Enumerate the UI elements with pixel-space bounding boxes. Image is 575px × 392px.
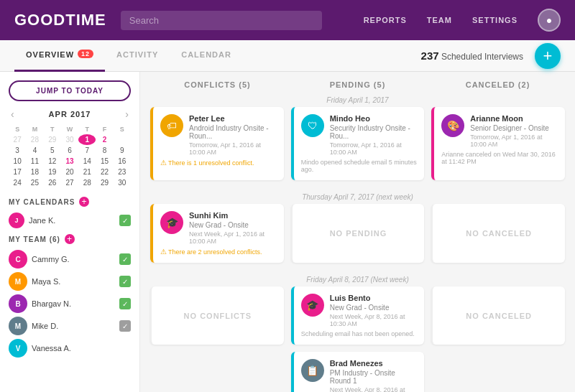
add-team-icon[interactable]: + xyxy=(65,234,75,244)
cal-cell[interactable]: 6 xyxy=(61,145,78,156)
overview-badge: 12 xyxy=(78,50,93,58)
jane-check[interactable]: ✓ xyxy=(119,215,131,226)
cal-cell[interactable]: 26 xyxy=(44,177,61,188)
card-luis-bento[interactable]: 🎓 Luis Bento New Grad - Onsite Next Week… xyxy=(291,286,425,345)
peter-info: Peter Lee Android Industry Onsite - Roun… xyxy=(189,114,277,156)
arianne-time: Tomorrow, Apr 1, 2016 at 10:00 AM xyxy=(470,134,558,148)
cal-cell[interactable]: 24 xyxy=(9,177,26,188)
luis-info: Luis Bento New Grad - Onsite Next Week, … xyxy=(330,294,418,327)
peter-avatar: 🏷 xyxy=(160,114,183,137)
cal-cell[interactable]: 13 xyxy=(61,156,78,167)
cal-cell[interactable]: 10 xyxy=(9,156,26,167)
jane-name: Jane K. xyxy=(29,216,115,225)
team-item-maya: M Maya S. ✓ xyxy=(9,272,131,291)
cal-cell[interactable]: 16 xyxy=(114,156,131,167)
cal-cell[interactable]: 7 xyxy=(78,145,96,156)
card-no-canceled-april7: NO CANCELED xyxy=(431,204,565,263)
cal-cell[interactable]: 30 xyxy=(114,177,131,188)
my-team-title: MY TEAM (6) + xyxy=(9,234,131,244)
cal-day-w: W xyxy=(61,124,78,134)
tab-activity[interactable]: ACTIVITY xyxy=(105,40,170,72)
cal-cell[interactable]: 23 xyxy=(114,167,131,177)
jump-to-today-button[interactable]: JUMP TO TODAY xyxy=(9,80,131,101)
jane-avatar: J xyxy=(9,213,24,228)
brad-time: Next Week, Apr 8, 2016 at 10:30 AM xyxy=(330,386,418,392)
cal-cell[interactable]: 29 xyxy=(96,177,113,188)
mike-check[interactable]: ✓ xyxy=(119,320,131,332)
card-no-pending-april7: NO PENDING xyxy=(291,204,425,263)
cal-cell[interactable]: 20 xyxy=(61,167,78,177)
peter-time: Tomorrow, Apr 1, 2016 at 10:00 AM xyxy=(189,141,277,156)
columns-header: CONFLICTS (5) PENDING (5) CANCELED (2) xyxy=(140,72,575,93)
cammy-check[interactable]: ✓ xyxy=(119,253,131,265)
col-conflicts: CONFLICTS (5) xyxy=(152,80,283,89)
cal-cell[interactable]: 19 xyxy=(44,167,61,177)
bhargav-check[interactable]: ✓ xyxy=(119,298,131,309)
nav-links: REPORTS TEAM SETTINGS ● xyxy=(364,9,561,32)
card-peter-lee[interactable]: 🏷 Peter Lee Android Industry Onsite - Ro… xyxy=(150,107,284,180)
arianne-name: Arianne Moon xyxy=(470,114,558,123)
cal-cell-today[interactable]: 1 xyxy=(78,134,96,145)
cal-cell[interactable]: 25 xyxy=(26,177,43,188)
maya-check[interactable]: ✓ xyxy=(119,276,131,287)
cal-prev[interactable]: ‹ xyxy=(9,108,17,120)
add-fab[interactable]: + xyxy=(535,43,561,69)
cal-cell[interactable]: 5 xyxy=(44,145,61,156)
cards-row-april8-brad: 📋 Brad Menezes PM Industry - Onsite Roun… xyxy=(140,352,575,392)
cal-cell[interactable]: 27 xyxy=(9,134,26,145)
cal-cell[interactable]: 9 xyxy=(114,145,131,156)
bhargav-avatar: B xyxy=(9,294,27,313)
cal-cell[interactable]: 27 xyxy=(61,177,78,188)
maya-name: Maya S. xyxy=(32,277,115,286)
arianne-note: Arianne canceled on Wed Mar 30, 2016 at … xyxy=(441,151,558,165)
cal-cell[interactable]: 29 xyxy=(44,134,61,145)
cal-next[interactable]: › xyxy=(123,108,131,120)
tab-calendar[interactable]: CALENDAR xyxy=(170,40,243,72)
my-calendars-title: MY CALENDARS + xyxy=(9,197,131,207)
cal-cell[interactable]: 21 xyxy=(78,167,96,177)
cal-day-t2: T xyxy=(78,124,96,134)
nav-team[interactable]: TEAM xyxy=(427,16,452,24)
cal-cell[interactable]: 30 xyxy=(61,134,78,145)
cal-cell[interactable]: 4 xyxy=(26,145,43,156)
arianne-info: Arianne Moon Senior Designer - Onsite To… xyxy=(470,114,558,148)
card-brad-menezes[interactable]: 📋 Brad Menezes PM Industry - Onsite Roun… xyxy=(291,352,425,392)
peter-name: Peter Lee xyxy=(189,114,277,123)
cal-cell[interactable]: 18 xyxy=(26,167,43,177)
team-item-vanessa: V Vanessa A. xyxy=(9,339,131,358)
sunhi-info: Sunhi Kim New Grad - Onsite Next Week, A… xyxy=(189,211,277,245)
cal-day-s2: S xyxy=(114,124,131,134)
cal-cell[interactable]: 22 xyxy=(96,167,113,177)
cards-row-april1: 🏷 Peter Lee Android Industry Onsite - Ro… xyxy=(140,107,575,187)
card-arianne-moon[interactable]: 🎨 Arianne Moon Senior Designer - Onsite … xyxy=(431,107,565,180)
cal-cell[interactable]: 28 xyxy=(78,177,96,188)
sunhi-note: ⚠There are 2 unresolved conflicts. xyxy=(160,248,277,256)
vanessa-name: Vanessa A. xyxy=(32,344,131,353)
cal-cell[interactable]: 3 xyxy=(9,145,26,156)
cammy-name: Cammy G. xyxy=(32,255,115,263)
search-input[interactable] xyxy=(121,11,322,30)
cal-cell[interactable] xyxy=(114,134,131,145)
cal-cell[interactable]: 14 xyxy=(78,156,96,167)
cal-cell[interactable]: 28 xyxy=(26,134,43,145)
luis-note: Scheduling email has not been opened. xyxy=(301,330,418,337)
team-item-cammy: C Cammy G. ✓ xyxy=(9,250,131,269)
nav-settings[interactable]: SETTINGS xyxy=(472,16,518,24)
cal-cell[interactable]: 15 xyxy=(96,156,113,167)
cal-cell[interactable]: 12 xyxy=(44,156,61,167)
nav-reports[interactable]: REPORTS xyxy=(364,16,407,24)
luis-name: Luis Bento xyxy=(330,294,418,302)
cal-cell[interactable]: 2 xyxy=(96,134,113,145)
cal-cell[interactable]: 11 xyxy=(26,156,43,167)
sunhi-name: Sunhi Kim xyxy=(189,211,277,220)
cal-cell[interactable]: 17 xyxy=(9,167,26,177)
user-avatar[interactable]: ● xyxy=(538,9,561,32)
sunhi-time: Next Week, Apr 1, 2016 at 10:00 AM xyxy=(189,230,277,245)
col-canceled: CANCELED (2) xyxy=(432,80,564,89)
tab-overview[interactable]: OVERVIEW 12 xyxy=(14,40,105,72)
cammy-avatar: C xyxy=(9,250,27,269)
cal-cell[interactable]: 8 xyxy=(96,145,113,156)
add-calendar-icon[interactable]: + xyxy=(79,197,89,207)
card-mindo-heo[interactable]: 🛡 Mindo Heo Security Industry Onsite - R… xyxy=(291,107,425,180)
card-sunhi-kim[interactable]: 🎓 Sunhi Kim New Grad - Onsite Next Week,… xyxy=(150,204,284,263)
